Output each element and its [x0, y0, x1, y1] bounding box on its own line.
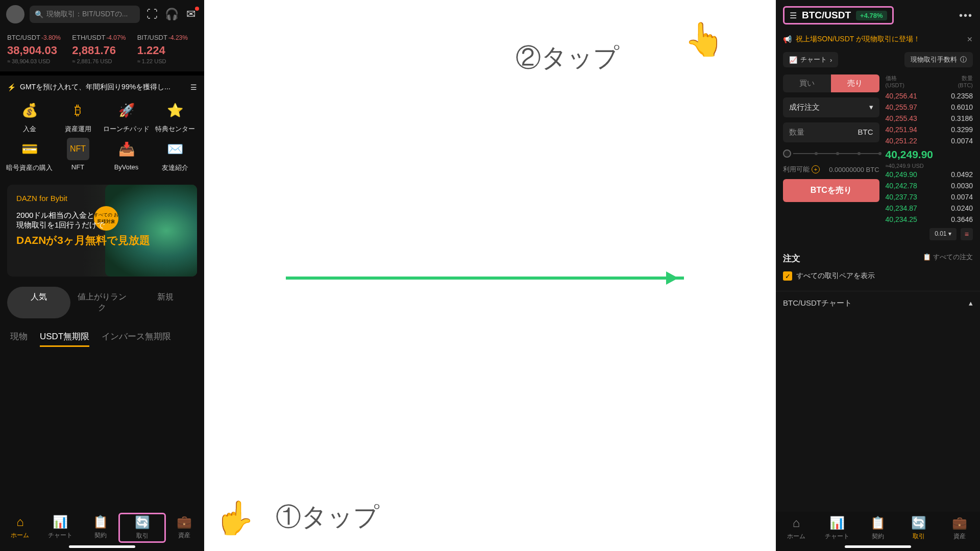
grid-byvotes[interactable]: 📥ByVotes	[102, 138, 151, 172]
announcement[interactable]: 📢 祝上場SON/USDT が現物取引に登場！ ✕	[776, 31, 980, 48]
nav-trade[interactable]: 🔄取引	[118, 513, 166, 543]
sell-tab[interactable]: 売り	[831, 74, 879, 92]
orders-title: 注文	[783, 253, 800, 264]
annotation-tap-1: ①タップ	[276, 500, 379, 534]
menu-icon[interactable]: ☰	[190, 83, 197, 91]
bid-row[interactable]: 40,249.900.0492	[886, 169, 973, 180]
trade-body: 買い 売り 成行注文▾ 数量BTC 利用可能+ 0.00000000 BTC B…	[776, 71, 980, 243]
nav-asset[interactable]: 💼資産	[164, 515, 204, 541]
tab-usdt-perp[interactable]: USDT無期限	[40, 331, 89, 347]
arrow-annotation	[286, 277, 684, 280]
nav-asset[interactable]: 💼資産	[939, 516, 980, 541]
search-input[interactable]: 🔍 現物取引：BIT/USDTの...	[30, 6, 140, 23]
more-icon[interactable]: •••	[959, 10, 973, 21]
contract-icon: 📋	[870, 516, 886, 530]
buy-tab[interactable]: 買い	[783, 74, 831, 92]
market-tabs: 現物 USDT無期限 インバース無期限	[0, 323, 204, 354]
bid-row[interactable]: 40,234.250.3646	[886, 214, 973, 225]
home-indicator	[845, 545, 911, 548]
nav-chart[interactable]: 📊チャート	[40, 515, 81, 541]
home-icon: ⌂	[793, 516, 800, 530]
avatar[interactable]	[6, 5, 24, 23]
grid-rewards[interactable]: ⭐特典センター	[151, 99, 199, 134]
ask-row[interactable]: 40,255.970.6010	[886, 102, 973, 113]
star-icon: ⭐	[164, 99, 186, 121]
orderbook: 価格(USDT) 数量(BTC) 40,256.410.2358 40,255.…	[886, 74, 973, 240]
ask-row[interactable]: 40,251.220.0074	[886, 135, 973, 146]
show-all-pairs-row[interactable]: ✓ すべての取引ペアを表示	[776, 269, 980, 291]
available-balance: 利用可能+ 0.00000000 BTC	[783, 165, 879, 174]
search-icon: 🔍	[35, 10, 43, 18]
mail-icon[interactable]: ✉	[184, 8, 198, 21]
order-type-select[interactable]: 成行注文▾	[783, 97, 879, 117]
nav-contract[interactable]: 📋契約	[857, 516, 898, 541]
ticker-bit[interactable]: BIT/USDT-4.23% 1.224 ≈ 1.22 USD	[137, 33, 197, 64]
grid-referral[interactable]: ✉️友達紹介	[151, 138, 199, 172]
bid-row[interactable]: 40,237.730.0074	[886, 191, 973, 203]
fee-button[interactable]: 現物取引手数料ⓘ	[904, 52, 973, 67]
badge-dot	[195, 7, 199, 11]
scan-icon[interactable]: ⛶	[145, 8, 159, 21]
contract-icon: 📋	[93, 515, 108, 529]
depth-step-select[interactable]: 0.01 ▾	[929, 228, 957, 240]
pill-popular[interactable]: 人気	[7, 287, 70, 318]
mid-price: 40,249.90	[886, 146, 973, 163]
quantity-input[interactable]: 数量BTC	[783, 122, 879, 142]
ask-row[interactable]: 40,255.430.3186	[886, 113, 973, 124]
pill-gainers[interactable]: 値上がりランク	[70, 287, 134, 318]
pair-selector[interactable]: ☰ BTC/USDT +4.78%	[783, 6, 894, 24]
bid-row[interactable]: 40,242.780.0030	[886, 180, 973, 191]
bitcoin-icon: ₿	[67, 99, 89, 121]
nav-home[interactable]: ⌂ホーム	[776, 516, 817, 541]
home-screen: 🔍 現物取引：BIT/USDTの... ⛶ 🎧 ✉ BTC/USDT-3.80%…	[0, 0, 204, 551]
pill-new[interactable]: 新規	[134, 287, 197, 318]
orderbook-view-icon[interactable]: ≡	[961, 228, 973, 240]
grid-earn[interactable]: ₿資産運用	[54, 99, 102, 134]
asset-icon: 💼	[952, 516, 967, 530]
close-icon[interactable]: ✕	[967, 35, 973, 43]
buy-sell-toggle: 買い 売り	[783, 74, 879, 92]
ask-row[interactable]: 40,251.940.3299	[886, 124, 973, 135]
grid-deposit[interactable]: 💰入金	[5, 99, 54, 134]
nav-contract[interactable]: 📋契約	[81, 515, 121, 541]
annotation-tap-2: ②タップ	[516, 41, 619, 75]
ticker-row: BTC/USDT-3.80% 38,904.03 ≈ 38,904.03 USD…	[0, 29, 204, 71]
pointer-emoji-1: 👆	[214, 499, 255, 537]
slider-track	[793, 153, 879, 154]
support-icon[interactable]: 🎧	[164, 8, 179, 21]
nav-chart[interactable]: 📊チャート	[817, 516, 857, 541]
order-form: 買い 売り 成行注文▾ 数量BTC 利用可能+ 0.00000000 BTC B…	[783, 74, 879, 240]
trade-icon: 🔄	[135, 515, 150, 530]
bid-row[interactable]: 40,234.870.0240	[886, 203, 973, 214]
grid-buy[interactable]: 💳暗号資産の購入	[5, 138, 54, 172]
nav-trade[interactable]: 🔄取引	[898, 516, 939, 541]
chevron-right-icon: ›	[830, 56, 832, 64]
wallet-icon: 💰	[18, 99, 41, 121]
home-icon: ⌂	[16, 515, 24, 529]
chart-expand[interactable]: BTC/USDTチャート ▴	[776, 291, 980, 315]
checkbox-checked-icon[interactable]: ✓	[783, 271, 792, 281]
pointer-emoji-2: 👆	[684, 20, 725, 59]
header: 🔍 現物取引：BIT/USDTの... ⛶ 🎧 ✉	[0, 0, 204, 29]
chevron-up-icon: ▴	[969, 298, 973, 308]
promo-banner[interactable]: DAZN for Bybit すべての お客様対象 2000ドル相当の入金と 現…	[7, 185, 197, 277]
ask-row[interactable]: 40,256.410.2358	[886, 90, 973, 102]
tab-inverse-perp[interactable]: インバース無期限	[102, 331, 171, 347]
search-placeholder: 現物取引：BIT/USDTの...	[46, 10, 128, 19]
orderbook-footer: 0.01 ▾ ≡	[886, 228, 973, 240]
ticker-eth[interactable]: ETH/USDT-4.07% 2,881.76 ≈ 2,881.76 USD	[72, 33, 132, 64]
grid-launchpad[interactable]: 🚀ローンチパッド	[102, 99, 151, 134]
trade-header: ☰ BTC/USDT +4.78% •••	[776, 0, 980, 31]
slider-handle[interactable]	[783, 149, 791, 158]
add-funds-icon[interactable]: +	[812, 165, 820, 173]
sell-button[interactable]: BTCを売り	[783, 179, 879, 202]
nav-home[interactable]: ⌂ホーム	[0, 515, 40, 541]
news-banner[interactable]: ⚡ GMTを預け入れて、年間利回り99%を獲得し... ☰	[0, 76, 204, 96]
chart-button[interactable]: 📈チャート›	[783, 52, 838, 67]
tab-spot[interactable]: 現物	[10, 331, 28, 347]
divider	[0, 71, 204, 76]
amount-slider[interactable]	[783, 147, 879, 160]
all-orders-link[interactable]: 📋 すべての注文	[923, 253, 973, 264]
grid-nft[interactable]: NFTNFT	[54, 138, 102, 172]
ticker-btc[interactable]: BTC/USDT-3.80% 38,904.03 ≈ 38,904.03 USD	[7, 33, 67, 64]
